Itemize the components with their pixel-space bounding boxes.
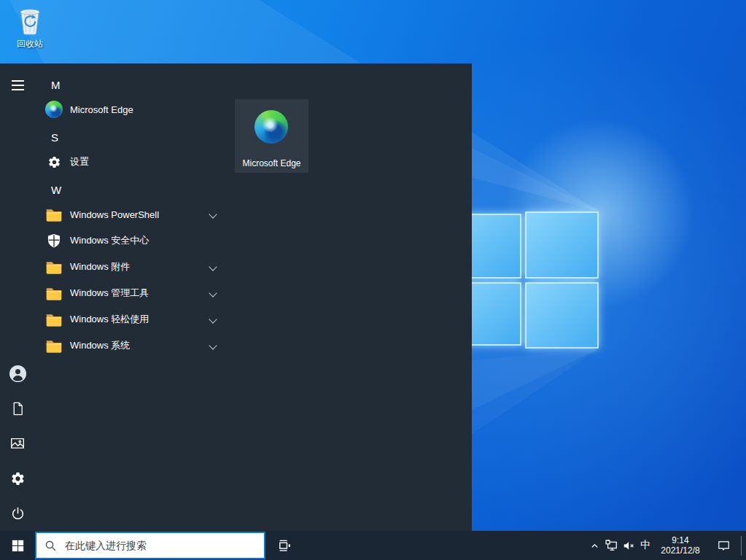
tray-overflow-button[interactable] [585, 531, 604, 560]
app-label: Windows 安全中心 [70, 234, 149, 247]
search-input[interactable] [63, 539, 264, 552]
section-letter: W [51, 184, 61, 196]
search-icon [44, 540, 57, 552]
start-menu-rail [0, 63, 35, 531]
folder-icon [45, 258, 63, 276]
clock-time: 9:14 [672, 535, 688, 545]
user-icon [9, 365, 27, 383]
power-icon [10, 506, 26, 521]
app-row-windows-security[interactable]: Windows 安全中心 [35, 228, 226, 254]
app-label: Windows 轻松使用 [70, 313, 149, 326]
folder-icon [45, 311, 63, 328]
app-row-microsoft-edge[interactable]: Microsoft Edge [35, 96, 226, 122]
hamburger-icon [12, 80, 24, 82]
recycle-bin-label: 回收站 [9, 38, 51, 50]
clock-date: 2021/12/8 [661, 545, 699, 556]
volume-muted-icon [622, 539, 636, 553]
app-row-windows-powershell[interactable]: Windows PowerShell [35, 201, 226, 228]
section-header-w[interactable]: W [35, 176, 226, 203]
chevron-down-icon [209, 289, 217, 297]
search-box[interactable] [35, 532, 265, 559]
app-label: 设置 [70, 155, 89, 168]
app-row-settings[interactable]: 设置 [35, 149, 226, 175]
app-label: Microsoft Edge [70, 104, 133, 115]
taskbar: 中 9:14 2021/12/8 [0, 531, 746, 560]
ime-indicator[interactable]: 中 [636, 531, 655, 560]
windows-logo-icon [12, 540, 24, 552]
app-row-windows-admin-tools[interactable]: Windows 管理工具 [35, 280, 226, 306]
app-label: Windows PowerShell [70, 209, 159, 220]
clock[interactable]: 9:14 2021/12/8 [655, 531, 706, 560]
pictures-icon [9, 435, 26, 451]
task-view-icon [277, 538, 292, 553]
documents-button[interactable] [0, 391, 35, 426]
recycle-bin-icon [16, 6, 44, 36]
chevron-down-icon [209, 315, 217, 323]
folder-icon [45, 284, 63, 302]
edge-icon [255, 110, 288, 144]
volume-button[interactable] [620, 531, 637, 560]
start-button[interactable] [0, 531, 35, 560]
pictures-button[interactable] [0, 426, 35, 461]
section-letter: M [51, 79, 61, 91]
tile-microsoft-edge[interactable]: Microsoft Edge [235, 99, 308, 173]
section-header-s[interactable]: S [35, 124, 226, 150]
action-center-icon [717, 539, 731, 553]
gear-icon [10, 471, 26, 486]
app-label: Windows 管理工具 [70, 287, 149, 300]
chevron-up-icon [590, 541, 599, 551]
chevron-down-icon [209, 210, 217, 218]
settings-button[interactable] [0, 461, 35, 496]
app-label: Windows 附件 [70, 260, 130, 273]
app-label: Windows 系统 [70, 339, 130, 352]
shield-icon [46, 233, 62, 249]
chevron-down-icon [209, 341, 217, 349]
user-account-button[interactable] [0, 356, 35, 391]
app-row-windows-system[interactable]: Windows 系统 [35, 332, 226, 359]
ime-label: 中 [640, 539, 650, 552]
section-letter: S [51, 131, 58, 144]
chevron-down-icon [209, 262, 217, 271]
folder-icon [45, 337, 63, 354]
gear-icon [47, 155, 61, 169]
folder-icon [45, 206, 63, 223]
start-menu-panel: M Microsoft Edge S 设置 W Windows PowerShe… [0, 63, 472, 531]
network-button[interactable] [602, 531, 621, 560]
power-button[interactable] [0, 496, 35, 531]
recycle-bin[interactable]: 回收站 [9, 6, 51, 50]
app-row-windows-ease-of-access[interactable]: Windows 轻松使用 [35, 306, 226, 332]
tile-label: Microsoft Edge [235, 158, 308, 168]
section-header-m[interactable]: M [35, 71, 226, 98]
document-icon [10, 401, 26, 416]
action-center-button[interactable] [709, 531, 738, 560]
task-view-button[interactable] [268, 531, 300, 560]
app-row-windows-accessories[interactable]: Windows 附件 [35, 254, 226, 280]
start-app-list: M Microsoft Edge S 设置 W Windows PowerShe… [35, 63, 226, 531]
show-desktop-separator[interactable] [741, 536, 742, 556]
network-icon [605, 538, 619, 553]
edge-icon [45, 101, 63, 118]
expand-menu-button[interactable] [0, 71, 35, 100]
